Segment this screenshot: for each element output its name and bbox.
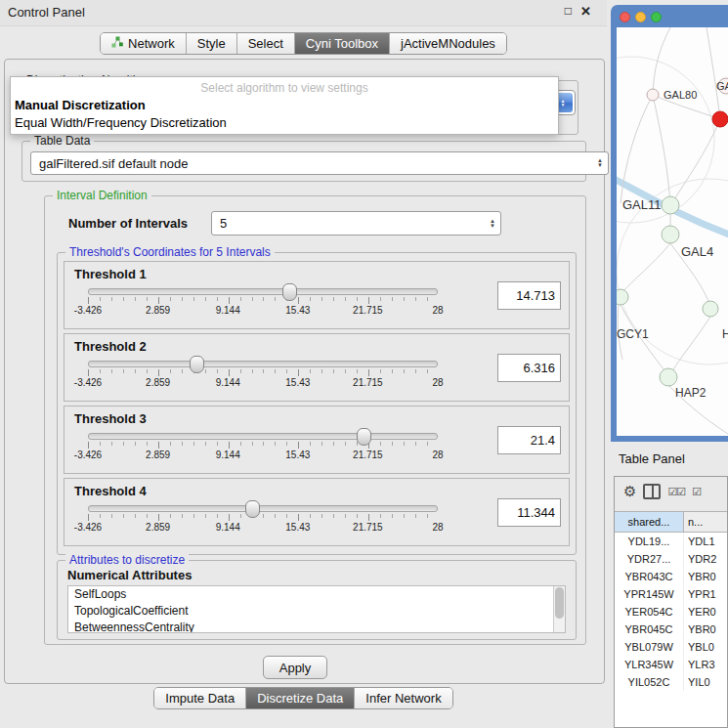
tab-cyni-toolbox[interactable]: Cyni Toolbox [294,33,389,54]
node-label: GAL80 [664,89,697,101]
threshold-label: Threshold 2 [74,339,147,354]
dropdown-placeholder: Select algorithm to view settings [11,77,558,97]
network-node[interactable] [703,301,718,317]
tab-label: Infer Network [365,691,441,706]
columns-icon[interactable] [643,484,661,499]
dropdown-option-manual-discretization[interactable]: Manual Discretization [11,97,558,114]
spinner-icon[interactable]: ▲▼ [597,158,603,168]
list-scrollbar[interactable] [553,586,565,632]
column-header-n[interactable]: n... [684,512,727,532]
slider-track[interactable] [88,361,438,367]
threshold-panel: Threshold 2 -3.426 2.859 9.144 15.43 21.… [64,333,570,402]
tab-jactivemnodules[interactable]: jActiveMNodules [389,33,506,54]
gear-icon[interactable]: ⚙ [623,483,636,500]
table-row[interactable]: YBR045CYBR0 [615,621,727,638]
threshold-value-input[interactable]: 6.316 [497,354,561,382]
table-row[interactable]: YIL052CYIL0 [615,673,727,691]
threshold-label: Threshold 1 [74,267,147,281]
table-row[interactable]: YER054CYER0 [615,603,727,621]
interval-definition-group: Interval Definition Number of Intervals … [44,195,586,645]
table-row[interactable]: YLR345WYLR3 [615,656,727,673]
tab-impute-data[interactable]: Impute Data [154,688,245,708]
slider-thumb-icon[interactable] [245,500,260,518]
scale-tick-label: 2.859 [146,450,170,460]
slider-scale: -3.426 2.859 9.144 15.43 21.715 28 [88,450,438,461]
scale-tick-label: 2.859 [146,305,170,316]
table-row[interactable]: YBR043CYBR0 [615,568,727,585]
scale-tick-label: 9.144 [216,522,240,533]
threshold-slider[interactable]: -3.426 2.859 9.144 15.43 21.715 28 [88,288,438,317]
scale-tick-label: 15.43 [285,450,310,460]
interval-definition-group-label: Interval Definition [53,189,151,202]
table-row[interactable]: YDL19...YDL1 [615,533,727,550]
node-label: GCY1 [617,327,649,341]
numerical-attributes-label: Numerical Attributes [67,568,192,582]
tab-infer-network[interactable]: Infer Network [354,688,451,708]
slider-track[interactable] [88,288,438,295]
tab-style[interactable]: Style [186,33,236,54]
threshold-panel: Threshold 3 -3.426 2.859 9.144 15.43 21.… [64,406,570,474]
column-header-shared[interactable]: shared... [615,512,684,532]
spinner-icon[interactable]: ▲▼ [490,219,495,229]
network-canvas[interactable]: GAL80 GA GAL11 GAL4 GCY1 H HAP2 [617,27,728,436]
dropdown-option-equal-width[interactable]: Equal Width/Frequency Discretization [11,114,558,132]
table-panel-window: ⚙ ☑☑ ☑ shared... n... YDL19...YDL1 YDR27… [614,476,728,728]
list-item[interactable]: BetweennessCentrality [68,620,565,633]
numerical-attributes-list: SelfLoops TopologicalCoefficient Between… [67,585,566,633]
threshold-value-input[interactable]: 14.713 [497,281,561,310]
window-controls [620,12,662,22]
table-toolbar: ⚙ ☑☑ ☑ [615,477,727,506]
apply-button[interactable]: Apply [263,656,327,679]
zoom-window-icon[interactable] [651,12,662,22]
tab-select[interactable]: Select [236,33,294,54]
slider-thumb-icon[interactable] [357,428,371,446]
slider-thumb-icon[interactable] [282,283,297,301]
minimize-window-icon[interactable] [635,12,646,22]
slider-ticks [88,297,438,304]
network-node[interactable] [660,368,677,386]
table-data-combobox[interactable]: galFiltered.sif default node ▲▼ [30,151,609,175]
number-of-intervals-value: 5 [220,216,227,231]
tab-network[interactable]: Network [101,33,186,54]
close-icon[interactable]: ✕ [580,4,591,19]
list-item[interactable]: SelfLoops [68,586,565,603]
network-node[interactable] [662,196,679,214]
table-row[interactable]: YPR145WYPR1 [615,585,727,603]
table-panel-title: Table Panel [611,446,728,471]
scrollbar-thumb[interactable] [555,587,564,619]
close-window-icon[interactable] [620,12,630,22]
threshold-slider[interactable]: -3.426 2.859 9.144 15.43 21.715 28 [88,505,438,534]
table-row[interactable]: YDR27...YDR2 [615,550,727,568]
slider-thumb-icon[interactable] [190,356,204,373]
top-tab-bar: Network Style Select Cyni Toolbox jActiv… [0,32,607,55]
number-of-intervals-combobox[interactable]: 5 ▲▼ [211,211,501,236]
checkbox-icon[interactable]: ☑ [692,486,701,498]
control-panel-titlebar: Control Panel □ ✕ [0,0,607,26]
scale-tick-label: 15.43 [285,377,310,388]
threshold-value-input[interactable]: 21.4 [497,426,561,454]
tab-label: Discretize Data [257,691,343,706]
list-item[interactable]: TopologicalCoefficient [68,603,565,620]
threshold-slider[interactable]: -3.426 2.859 9.144 15.43 21.715 28 [88,361,438,389]
network-node[interactable] [647,89,659,101]
tab-label: jActiveMNodules [401,36,495,51]
scale-tick-label: 28 [432,450,443,460]
network-node[interactable] [617,289,628,305]
scale-tick-label: 21.715 [353,377,383,388]
network-node-selected[interactable] [712,111,728,127]
slider-track[interactable] [88,505,438,512]
scale-tick-label: -3.426 [74,305,102,316]
threshold-value-input[interactable]: 11.344 [497,498,561,527]
node-label: GA [716,80,728,92]
select-all-checkboxes-icon[interactable]: ☑☑ [667,486,685,498]
table-row[interactable]: YBL079WYBL0 [615,638,727,656]
network-view-window: GAL80 GA GAL11 GAL4 GCY1 H HAP2 [611,5,728,442]
bottom-tab-bar: Impute Data Discretize Data Infer Networ… [0,687,607,709]
slider-track[interactable] [88,433,438,440]
threshold-slider[interactable]: -3.426 2.859 9.144 15.43 21.715 28 [88,433,438,461]
tab-discretize-data[interactable]: Discretize Data [245,688,354,708]
tab-label: Style [197,36,226,51]
float-window-icon[interactable]: □ [565,4,572,18]
scale-tick-label: 28 [432,377,443,388]
network-node[interactable] [662,226,679,243]
